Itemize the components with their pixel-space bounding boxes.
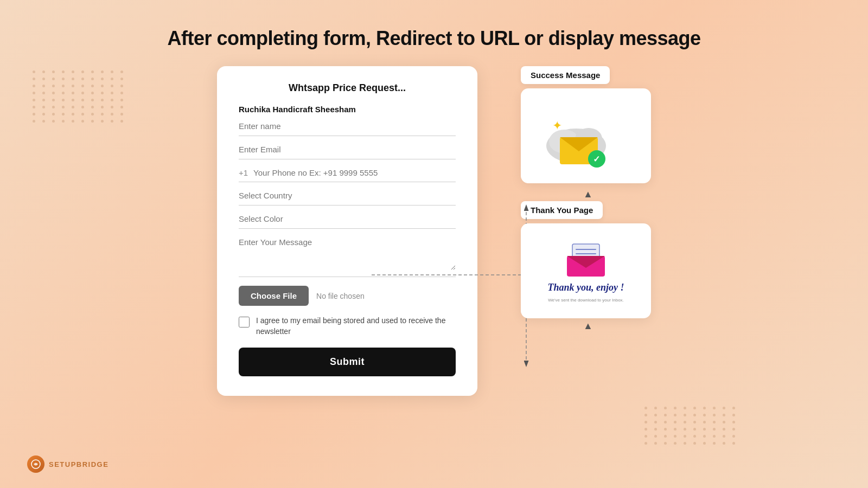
phone-field: +1 xyxy=(239,168,456,182)
country-input[interactable] xyxy=(239,191,456,200)
thankyou-illustration xyxy=(564,240,608,278)
consent-label: I agree to my email being stored and use… xyxy=(256,316,456,337)
thankyou-flow-item: Thank You Page Thank you xyxy=(521,201,651,318)
message-field xyxy=(239,237,456,277)
thankyou-subtext: We've sent the download to your Inbox. xyxy=(548,298,624,303)
email-field xyxy=(239,145,456,159)
email-input[interactable] xyxy=(239,145,456,154)
thankyou-card: Thank you, enjoy ! We've sent the downlo… xyxy=(521,223,651,318)
svg-text:✦: ✦ xyxy=(552,119,562,132)
right-panel: Success Message ✦ xyxy=(521,66,651,332)
dots-left: document.currentScript.insertAdjacentHTM… xyxy=(33,70,126,123)
success-icon-area: ✦ ✓ xyxy=(521,88,651,183)
svg-text:✓: ✓ xyxy=(593,155,600,164)
file-upload-row: Choose File No file chosen xyxy=(239,286,456,306)
name-field xyxy=(239,121,456,136)
brand: SETUPBRIDGE xyxy=(27,455,108,473)
submit-button[interactable]: Submit xyxy=(239,348,456,376)
dots-right: document.currentScript.insertAdjacentHTM… xyxy=(644,407,738,445)
success-illustration: ✦ ✓ xyxy=(537,98,635,174)
page-heading: After completing form, Redirect to URL o… xyxy=(0,0,868,66)
phone-code: +1 xyxy=(239,168,248,177)
country-field xyxy=(239,191,456,206)
file-status: No file chosen xyxy=(316,292,365,300)
name-input[interactable] xyxy=(239,121,456,131)
thankyou-card-inner: Thank you, enjoy ! We've sent the downlo… xyxy=(539,231,633,311)
phone-input[interactable] xyxy=(253,168,456,177)
consent-checkbox[interactable] xyxy=(239,317,250,328)
thankyou-text: Thank you, enjoy ! xyxy=(547,282,624,293)
brand-icon xyxy=(27,455,44,473)
success-card: ✦ ✓ xyxy=(521,88,651,183)
color-input[interactable] xyxy=(239,214,456,223)
brand-name: SETUPBRIDGE xyxy=(49,460,108,468)
success-flow-item: Success Message ✦ xyxy=(521,66,651,183)
success-label: Success Message xyxy=(521,66,610,84)
choose-file-button[interactable]: Choose File xyxy=(239,286,309,306)
thankyou-label: Thank You Page xyxy=(521,201,603,219)
checkbox-row: I agree to my email being stored and use… xyxy=(239,316,456,337)
color-field xyxy=(239,214,456,229)
up-arrow-1: ▲ xyxy=(583,189,593,200)
message-textarea[interactable] xyxy=(239,237,456,270)
up-arrow-2: ▲ xyxy=(583,320,593,332)
form-subtitle: Ruchika Handicraft Sheesham xyxy=(239,105,456,114)
form-card: Whtsapp Price Request... Ruchika Handicr… xyxy=(217,66,477,396)
form-title: Whtsapp Price Request... xyxy=(239,82,456,94)
